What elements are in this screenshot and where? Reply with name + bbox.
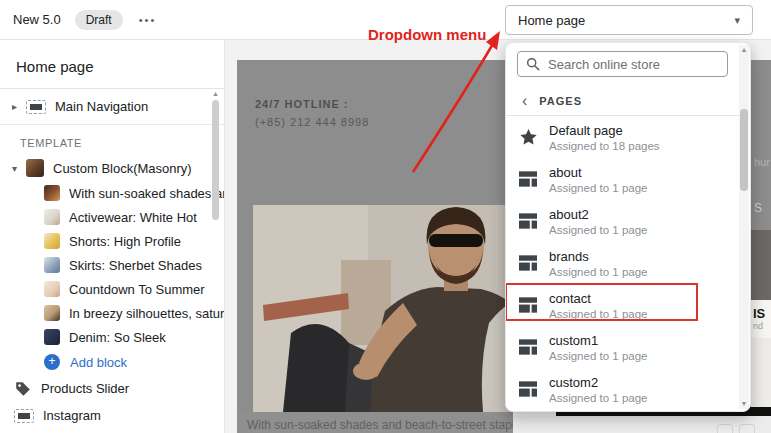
block-label: Shorts: High Profile: [69, 234, 181, 249]
star-icon: [518, 129, 538, 145]
background-light-sliver: [751, 338, 771, 412]
search-box[interactable]: [517, 51, 728, 77]
menu-item-subtitle: Assigned to 1 page: [549, 224, 647, 236]
background-heading-sliver: IS nd: [751, 300, 771, 338]
scroll-up-icon[interactable]: ▲: [739, 45, 749, 55]
menu-item-title: custom1: [549, 333, 647, 348]
menu-item-subtitle: Assigned to 1 page: [549, 266, 647, 278]
template-icon: [518, 381, 538, 397]
menu-item-subtitle: Assigned to 18 pages: [549, 140, 660, 152]
block-thumbnail: [44, 209, 60, 225]
menu-item-title: custom2: [549, 375, 647, 390]
scroll-down-icon[interactable]: ▼: [739, 399, 749, 409]
scrollbar-thumb[interactable]: [212, 100, 219, 220]
menu-item-subtitle: Assigned to 1 page: [549, 182, 647, 194]
sidebar-scrollbar[interactable]: ▲: [211, 90, 220, 430]
menu-item-subtitle: Assigned to 1 page: [549, 350, 647, 362]
sidebar: Home page ▸ Main Navigation TEMPLATE ▾ C…: [0, 40, 225, 433]
sidebar-item-label: Custom Block(Masonry): [53, 161, 192, 176]
sidebar-block-item[interactable]: Skirts: Sherbet Shades: [0, 253, 224, 277]
block-thumbnail: [44, 329, 60, 345]
sidebar-item-instagram[interactable]: Instagram: [0, 402, 224, 429]
collapse-caret-icon[interactable]: ▾: [12, 163, 26, 174]
menu-item-title: brands: [549, 249, 647, 264]
back-chevron-icon[interactable]: ‹: [522, 95, 527, 107]
template-icon: [518, 339, 538, 355]
hero-photo: [253, 205, 513, 412]
page-selector-dropdown[interactable]: Home page ▾: [505, 5, 753, 35]
block-thumbnail: [26, 159, 44, 177]
block-thumbnail: [44, 185, 60, 201]
background-text-fragment: S: [754, 201, 762, 215]
sidebar-item-label: Main Navigation: [55, 99, 148, 114]
sidebar-item-label: Instagram: [43, 408, 101, 423]
more-options-icon[interactable]: •••: [139, 14, 157, 26]
sidebar-item-main-navigation[interactable]: ▸ Main Navigation: [0, 89, 224, 125]
search-icon: [526, 57, 540, 71]
photo-caption-strip: With sun-soaked shades and beach-to-stre…: [237, 412, 513, 433]
photo-caption: With sun-soaked shades and beach-to-stre…: [247, 418, 513, 432]
menu-item-brands[interactable]: brands Assigned to 1 page: [506, 242, 750, 284]
menu-item-title: about: [549, 165, 647, 180]
block-thumbnail: [44, 305, 60, 321]
background-image-sliver: [751, 230, 771, 300]
annotation-dropdown-menu-label: Dropdown menu: [368, 26, 486, 43]
menu-item-about2[interactable]: about2 Assigned to 1 page: [506, 200, 750, 242]
draft-badge: Draft: [75, 10, 123, 30]
add-block-button[interactable]: + Add block: [0, 349, 224, 375]
block-label: In breezy silhouettes, satura...: [69, 306, 224, 321]
page-selector-menu: ‹ PAGES Default page Assigned to 18 page…: [505, 42, 751, 412]
tag-icon: [14, 380, 32, 398]
expand-caret-icon[interactable]: ▸: [12, 101, 26, 112]
add-block-label: Add block: [70, 355, 127, 370]
template-icon: [518, 297, 538, 313]
sidebar-item-products-slider[interactable]: Products Slider: [0, 375, 224, 402]
template-icon: [518, 255, 538, 271]
section-icon: [26, 100, 46, 114]
section-icon: [14, 409, 34, 423]
pagination-ghost-button: [739, 424, 755, 433]
hotline-title: 24/7 HOTLINE :: [255, 98, 369, 110]
search-input[interactable]: [548, 57, 719, 72]
sidebar-block-item[interactable]: Denim: So Sleek: [0, 325, 224, 349]
menu-item-default-page[interactable]: Default page Assigned to 18 pages: [506, 116, 750, 158]
sidebar-block-item[interactable]: Activewear: White Hot: [0, 205, 224, 229]
menu-item-custom1[interactable]: custom1 Assigned to 1 page: [506, 326, 750, 368]
block-label: Denim: So Sleek: [69, 330, 166, 345]
sidebar-block-item[interactable]: In breezy silhouettes, satura...: [0, 301, 224, 325]
sidebar-item-section-spacing[interactable]: Section Spacing: [0, 429, 224, 433]
menu-item-title: Default page: [549, 123, 660, 138]
theme-title: New 5.0: [13, 12, 61, 27]
block-label: Activewear: White Hot: [69, 210, 197, 225]
background-heading-fragment: IS: [751, 300, 771, 321]
pagination-ghost-button: [717, 424, 733, 433]
preview-bottom-strip: [513, 416, 771, 433]
plus-icon: +: [44, 354, 60, 370]
block-label: Countdown To Summer: [69, 282, 205, 297]
chevron-down-icon: ▾: [734, 14, 740, 27]
menu-item-custom2[interactable]: custom2 Assigned to 1 page: [506, 368, 750, 410]
menu-item-about[interactable]: about Assigned to 1 page: [506, 158, 750, 200]
block-label: Skirts: Sherbet Shades: [69, 258, 202, 273]
menu-item-title: about2: [549, 207, 647, 222]
block-label: With sun-soaked shades an...: [69, 186, 224, 201]
hotline-text: 24/7 HOTLINE : (+85) 212 444 8998: [255, 98, 369, 128]
scrollbar-thumb[interactable]: [740, 109, 748, 191]
background-text-fragment: hur: [754, 156, 770, 168]
page-selector-value: Home page: [518, 13, 734, 28]
sidebar-block-item[interactable]: Shorts: High Profile: [0, 229, 224, 253]
sidebar-block-item[interactable]: Countdown To Summer: [0, 277, 224, 301]
sidebar-block-item[interactable]: With sun-soaked shades an...: [0, 181, 224, 205]
sidebar-item-custom-block[interactable]: ▾ Custom Block(Masonry): [0, 155, 224, 181]
sidebar-item-label: Products Slider: [41, 381, 129, 396]
menu-item-contact[interactable]: contact Assigned to 1 page: [506, 284, 750, 326]
scroll-up-icon[interactable]: ▲: [211, 90, 220, 97]
menu-item-subtitle: Assigned to 1 page: [549, 308, 647, 320]
template-icon: [518, 213, 538, 229]
block-thumbnail: [44, 257, 60, 273]
pages-section-header: ‹ PAGES: [506, 85, 750, 116]
hotline-phone: (+85) 212 444 8998: [255, 116, 369, 128]
template-icon: [518, 171, 538, 187]
menu-scrollbar[interactable]: ▲ ▼: [739, 45, 749, 409]
sidebar-page-title: Home page: [0, 40, 224, 89]
